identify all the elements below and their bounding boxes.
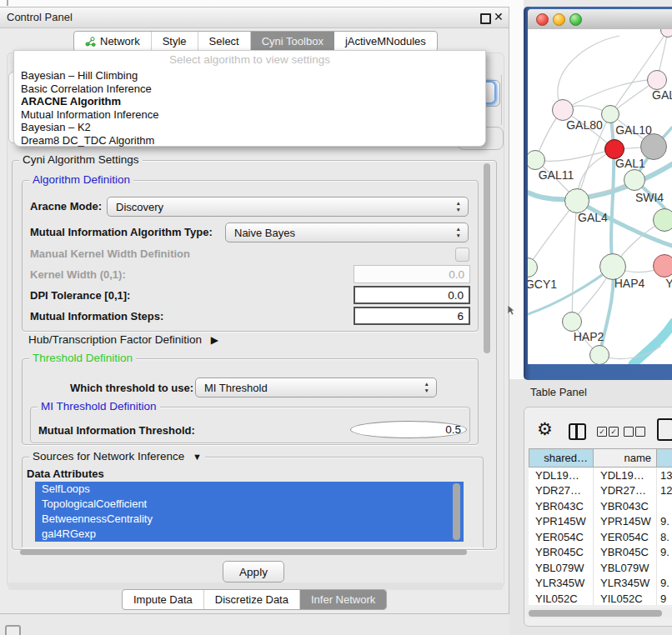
list-item-gal4rgexp[interactable]: gal4RGexp (35, 527, 464, 542)
settings-horizontal-scrollbar[interactable] (20, 549, 467, 555)
hub-transcription-factor-toggle[interactable]: Hub/Transcription Factor Definition ▶ (28, 333, 218, 346)
table-row[interactable]: YDL19…YDL19…13 (529, 468, 672, 483)
dropdown-item-mutual-information[interactable]: Mutual Information Inference (21, 108, 158, 121)
collapse-arrow-icon: ▼ (193, 452, 202, 462)
table-row[interactable]: YLR345WYLR345W9. (529, 576, 672, 592)
tab-jactivemnodules[interactable]: jActiveMNodules (334, 32, 437, 51)
table-header-row: shared… name (529, 448, 672, 468)
float-window-icon[interactable] (480, 13, 491, 24)
deselect-all-icon[interactable] (635, 427, 645, 437)
dpi-tolerance-label: DPI Tolerance [0,1]: (30, 289, 130, 302)
node-label-gal11: GAL11 (539, 168, 574, 182)
dpi-tolerance-field[interactable]: 0.0 (354, 286, 470, 304)
table-horizontal-scrollbar[interactable] (529, 610, 662, 617)
close-traffic-light-icon[interactable] (536, 13, 549, 26)
table-row[interactable]: YDR27…YDR27…12 (529, 483, 672, 499)
table-row[interactable]: YBL079WYBL079W (529, 560, 672, 576)
table-row[interactable]: YBR043CYBR043C (529, 498, 672, 514)
mouse-cursor (507, 305, 515, 316)
mi-algorithm-type-combobox[interactable]: Naive Bayes ▲▼ (225, 222, 469, 242)
tab-discretize-data[interactable]: Discretize Data (204, 590, 300, 609)
mi-steps-label: Mutual Information Steps: (30, 310, 163, 322)
table-row[interactable]: YER054CYER054C8. (529, 529, 672, 545)
kernel-width-field[interactable]: 0.0 (354, 265, 470, 283)
tab-network[interactable]: Network (74, 32, 152, 51)
manual-kernel-width-checkbox[interactable] (455, 248, 469, 262)
node-label-gal80: GAL80 (566, 118, 603, 132)
table-row[interactable]: YBR045CYBR045C9. (529, 545, 672, 561)
expand-arrow-icon: ▶ (211, 334, 218, 346)
column-header-partial[interactable] (657, 448, 672, 468)
deselect-all-icon[interactable] (624, 427, 634, 437)
table-body: YDL19…YDL19…13 YDR27…YDR27…12 YBR043CYBR… (529, 468, 672, 605)
minimized-panel-icon[interactable] (5, 625, 21, 635)
node-label-gcy1: GCY1 (528, 278, 557, 291)
network-node-y[interactable] (653, 254, 672, 278)
network-node-green-right[interactable] (653, 208, 672, 232)
dropdown-item-dream8[interactable]: Dream8 DC_TDC Algorithm (21, 134, 154, 147)
network-window-titlebar[interactable] (528, 9, 672, 30)
dropdown-item-basic-correlation[interactable]: Basic Correlation Inference (21, 82, 152, 95)
which-threshold-label: Which threshold to use: (70, 382, 193, 394)
tab-network-label: Network (100, 35, 140, 48)
tab-select[interactable]: Select (198, 32, 251, 51)
combobox-arrows-icon: ▲▼ (456, 200, 461, 213)
network-node-swi4[interactable] (624, 169, 645, 191)
combobox-arrows-icon: ▲▼ (456, 226, 461, 239)
screen: Control Panel ✕ Network Style Select Cyn… (0, 0, 672, 635)
mi-algorithm-type-label: Mutual Information Algorithm Type: (30, 226, 213, 238)
table-row[interactable]: YPR145WYPR145W9. (529, 514, 672, 530)
network-node-hap2[interactable] (562, 312, 582, 332)
node-label-gal1: GAL1 (615, 157, 645, 170)
attributes-list-scrollbar[interactable] (453, 483, 460, 540)
columns-icon[interactable] (569, 423, 586, 440)
network-node-gal10[interactable] (601, 105, 619, 123)
network-view-window[interactable]: GAL80 GAL10 GAL1 GAL11 GAL4 SWI4 GCY1 HA… (524, 7, 672, 380)
network-node-bottom[interactable] (589, 345, 609, 364)
close-icon[interactable]: ✕ (494, 10, 504, 23)
column-header-shared-name[interactable]: shared… (529, 448, 594, 468)
dropdown-item-bayesian-k2[interactable]: Bayesian – K2 (21, 121, 91, 133)
column-header-name[interactable]: name (594, 448, 657, 468)
zoom-traffic-light-icon[interactable] (569, 13, 582, 26)
document-icon[interactable] (657, 418, 672, 441)
node-label-gal4: GAL4 (578, 211, 608, 224)
dropdown-item-bayesian-hill-climbing[interactable]: Bayesian – Hill Climbing (21, 69, 138, 82)
control-panel-tabbar: Network Style Select Cyni Toolbox jActiv… (73, 31, 438, 52)
network-canvas[interactable]: GAL80 GAL10 GAL1 GAL11 GAL4 SWI4 GCY1 HA… (528, 29, 672, 364)
table-row[interactable]: YIL052CYIL052C9 (529, 591, 672, 605)
manual-kernel-width-label: Manual Kernel Width Definition (30, 248, 190, 260)
node-label-hap4: HAP4 (614, 277, 645, 290)
mi-steps-field[interactable]: 6 (354, 307, 470, 325)
list-item-selfloops[interactable]: SelfLoops (35, 482, 464, 497)
network-node-gal4[interactable] (564, 188, 589, 213)
tab-cyni-toolbox[interactable]: Cyni Toolbox (251, 32, 334, 51)
data-attributes-list: SelfLoops TopologicalCoefficient Between… (35, 482, 464, 542)
network-tab-icon (85, 37, 96, 47)
node-label-swi4: SWI4 (635, 191, 664, 204)
minimize-traffic-light-icon[interactable] (553, 13, 565, 26)
apply-button[interactable]: Apply (223, 561, 284, 582)
gear-icon[interactable]: ⚙ (537, 419, 553, 439)
list-item-topologicalcoefficient[interactable]: TopologicalCoefficient (35, 497, 464, 512)
kernel-width-label: Kernel Width (0,1): (30, 268, 126, 281)
tab-infer-network[interactable]: Infer Network (300, 590, 386, 609)
aracne-mode-combobox[interactable]: Discovery ▲▼ (107, 197, 469, 217)
mi-threshold-field[interactable]: 0.5 (350, 421, 467, 438)
settings-vertical-scrollbar[interactable] (484, 163, 490, 353)
network-node-gal[interactable] (647, 70, 667, 90)
select-all-icon[interactable]: ✓ (597, 427, 607, 437)
node-label-hap2: HAP2 (574, 330, 604, 343)
control-panel-titlebar: Control Panel ✕ (0, 8, 509, 28)
tab-style[interactable]: Style (152, 32, 198, 51)
tab-impute-data[interactable]: Impute Data (123, 590, 204, 609)
node-table: shared… name YDL19…YDL19…13 YDR27…YDR27…… (529, 448, 672, 605)
which-threshold-combobox[interactable]: MI Threshold ▲▼ (195, 378, 437, 398)
algorithm-dropdown-placeholder: Select algorithm to view settings (14, 53, 485, 66)
list-item-betweennesscentrality[interactable]: BetweennessCentrality (35, 512, 464, 527)
threshold-definition-title: Threshold Definition (29, 352, 136, 364)
sources-group-title[interactable]: Sources for Network Inference ▼ (29, 450, 205, 462)
bottom-tabbar: Impute Data Discretize Data Infer Networ… (122, 589, 387, 610)
dropdown-item-aracne[interactable]: ARACNE Algorithm (21, 95, 121, 108)
select-all-icon[interactable]: ✓ (609, 427, 619, 437)
